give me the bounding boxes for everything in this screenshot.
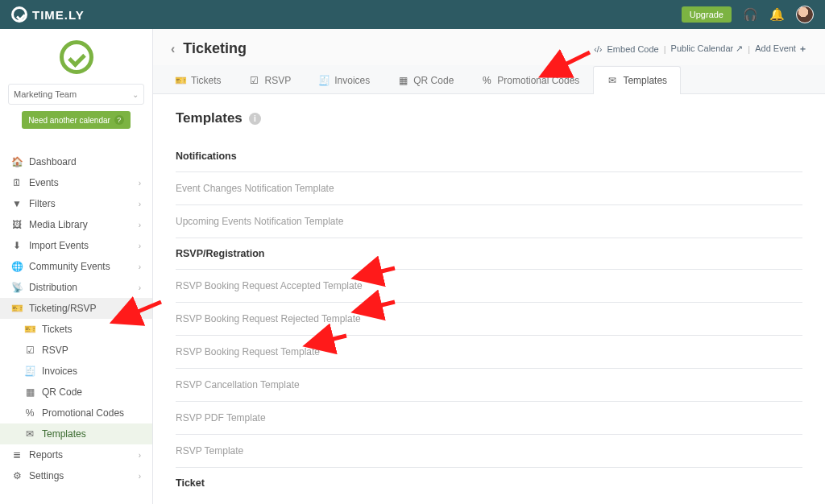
public-calendar-link[interactable]: Public Calendar ↗ bbox=[671, 43, 744, 54]
need-calendar-button[interactable]: Need another calendar ? bbox=[22, 111, 131, 129]
sidebar-item-reports[interactable]: ≣Reports › bbox=[0, 444, 152, 465]
top-bar: TIME.LY Upgrade 🎧 🔔 bbox=[0, 0, 825, 29]
sidebar-item-label: Events bbox=[29, 177, 59, 188]
sidebar-item-events[interactable]: 🗓Events › bbox=[0, 172, 152, 193]
app-logo-icon bbox=[60, 40, 93, 74]
percent-icon: % bbox=[24, 407, 35, 419]
document-icon: 🧾 bbox=[318, 75, 330, 86]
tab-label: Promotional Codes bbox=[497, 75, 579, 86]
external-link-icon: ↗ bbox=[736, 43, 743, 53]
sidebar-sub-promo[interactable]: %Promotional Codes bbox=[0, 403, 152, 423]
tab-label: Invoices bbox=[334, 75, 370, 86]
sidebar-item-label: RSVP bbox=[42, 345, 68, 356]
tab-tickets[interactable]: 🎫Tickets bbox=[161, 66, 235, 94]
chevron-down-icon: ⌄ bbox=[135, 304, 141, 313]
sidebar-item-settings[interactable]: ⚙Settings › bbox=[0, 465, 152, 486]
template-row[interactable]: RSVP Booking Request Accepted Template bbox=[176, 269, 802, 302]
template-row[interactable]: Upcoming Events Notification Template bbox=[176, 204, 802, 238]
sidebar-item-label: Filters bbox=[29, 198, 56, 209]
percent-icon: % bbox=[481, 75, 492, 86]
tab-templates[interactable]: ✉Templates bbox=[593, 66, 681, 94]
info-icon[interactable]: i bbox=[249, 113, 261, 125]
tab-label: RSVP bbox=[265, 75, 292, 86]
separator: | bbox=[664, 44, 666, 54]
sidebar-sub-rsvp[interactable]: ☑RSVP bbox=[0, 340, 152, 361]
template-row[interactable]: RSVP Booking Request Template bbox=[176, 335, 802, 368]
ticket-icon: 🎫 bbox=[11, 303, 23, 314]
question-icon: ? bbox=[114, 115, 124, 125]
group-heading-rsvp: RSVP/Registration bbox=[176, 238, 802, 269]
tab-promo[interactable]: %Promotional Codes bbox=[467, 66, 593, 94]
sidebar-item-media[interactable]: 🖼Media Library › bbox=[0, 214, 152, 235]
chevron-right-icon: › bbox=[139, 262, 141, 271]
tab-qr[interactable]: ▦QR Code bbox=[383, 66, 467, 94]
calendar-icon: 🗓 bbox=[11, 177, 23, 188]
sidebar-item-label: Settings bbox=[29, 470, 64, 481]
sidebar-sub-qr[interactable]: ▦QR Code bbox=[0, 382, 152, 403]
help-icon[interactable]: 🎧 bbox=[743, 7, 758, 22]
template-row[interactable]: RSVP Template bbox=[176, 434, 802, 467]
sidebar-item-label: Distribution bbox=[29, 282, 77, 293]
sidebar-sub-invoices[interactable]: 🧾Invoices bbox=[0, 361, 152, 382]
chevron-right-icon: › bbox=[139, 242, 141, 250]
chevron-right-icon: › bbox=[139, 283, 141, 292]
sidebar-item-dashboard[interactable]: 🏠Dashboard bbox=[0, 151, 152, 172]
add-event-link[interactable]: Add Event ＋ bbox=[755, 43, 807, 55]
tab-label: Tickets bbox=[191, 75, 222, 86]
chevron-down-icon: ⌄ bbox=[132, 90, 139, 99]
sidebar-item-label: QR Code bbox=[42, 386, 82, 398]
tab-invoices[interactable]: 🧾Invoices bbox=[305, 66, 383, 94]
template-row[interactable]: Event Changes Notification Template bbox=[176, 171, 802, 204]
separator: | bbox=[748, 44, 750, 54]
filter-icon: ▼ bbox=[11, 198, 23, 209]
upgrade-button[interactable]: Upgrade bbox=[682, 6, 732, 23]
image-icon: 🖼 bbox=[11, 219, 23, 230]
gear-icon: ⚙ bbox=[11, 470, 23, 481]
qr-icon: ▦ bbox=[24, 386, 35, 398]
template-row[interactable]: RSVP Booking Request Rejected Template bbox=[176, 302, 802, 335]
embed-code-link[interactable]: Embed Code bbox=[607, 44, 659, 54]
section-title: Templates bbox=[176, 110, 243, 126]
qr-icon: ▦ bbox=[397, 75, 408, 86]
sidebar-item-label: Import Events bbox=[29, 240, 89, 251]
section-title-row: Templates i bbox=[176, 110, 802, 126]
content: Templates i Notifications Event Changes … bbox=[153, 94, 825, 504]
sidebar-item-label: Invoices bbox=[42, 366, 77, 377]
ticket-icon: 🎫 bbox=[24, 324, 35, 335]
template-row[interactable]: RSVP PDF Template bbox=[176, 401, 802, 434]
code-icon: ‹/› bbox=[594, 44, 602, 54]
template-row[interactable]: RSVP Cancellation Template bbox=[176, 368, 802, 401]
sidebar-sub-templates[interactable]: ✉Templates bbox=[0, 423, 152, 444]
home-icon: 🏠 bbox=[11, 156, 23, 167]
calendar-select[interactable]: Marketing Team ⌄ bbox=[8, 84, 144, 105]
sidebar-item-import[interactable]: ⬇Import Events › bbox=[0, 235, 152, 256]
sidebar-item-ticketing[interactable]: 🎫Ticketing/RSVP ⌄ bbox=[0, 298, 152, 319]
group-heading-notifications: Notifications bbox=[176, 141, 802, 171]
tabs: 🎫Tickets ☑RSVP 🧾Invoices ▦QR Code %Promo… bbox=[153, 65, 825, 94]
check-icon: ☑ bbox=[24, 345, 35, 356]
sidebar-item-distribution[interactable]: 📡Distribution › bbox=[0, 277, 152, 298]
check-icon: ☑ bbox=[249, 75, 260, 86]
sidebar-item-label: Dashboard bbox=[29, 156, 77, 167]
chevron-right-icon: › bbox=[139, 179, 141, 188]
share-icon: 📡 bbox=[11, 282, 23, 293]
head-links: ‹/› Embed Code | Public Calendar ↗ | Add… bbox=[594, 43, 807, 55]
avatar[interactable] bbox=[796, 6, 814, 23]
main: ‹ Ticketing ‹/› Embed Code | Public Cale… bbox=[153, 29, 825, 504]
chevron-right-icon: › bbox=[139, 472, 141, 481]
need-calendar-label: Need another calendar bbox=[28, 116, 110, 125]
sidebar-item-community[interactable]: 🌐Community Events › bbox=[0, 256, 152, 277]
plus-icon: ＋ bbox=[798, 43, 807, 53]
sidebar-item-label: Reports bbox=[29, 449, 63, 461]
document-icon: 🧾 bbox=[24, 366, 35, 377]
tab-label: Templates bbox=[623, 75, 667, 86]
tab-rsvp[interactable]: ☑RSVP bbox=[235, 66, 305, 94]
sidebar-sub-tickets[interactable]: 🎫Tickets bbox=[0, 319, 152, 340]
bell-icon[interactable]: 🔔 bbox=[769, 7, 785, 22]
sidebar-item-filters[interactable]: ▼Filters › bbox=[0, 193, 152, 214]
globe-icon: 🌐 bbox=[11, 261, 23, 272]
mail-icon: ✉ bbox=[607, 75, 618, 86]
brand: TIME.LY bbox=[11, 6, 85, 23]
back-button[interactable]: ‹ bbox=[171, 42, 175, 56]
download-icon: ⬇ bbox=[11, 240, 23, 251]
